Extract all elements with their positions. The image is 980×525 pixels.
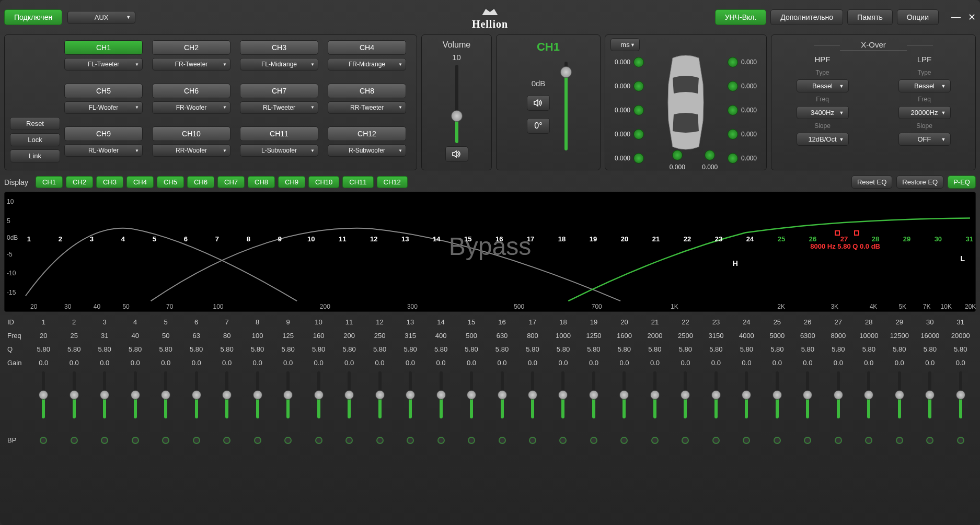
eq-gain-slider[interactable] — [120, 371, 150, 434]
bp-toggle[interactable] — [896, 437, 903, 444]
eq-gain-cell[interactable]: 0.0 — [762, 359, 792, 367]
eq-gain-slider[interactable] — [181, 371, 211, 434]
eq-gain-slider[interactable] — [303, 371, 333, 434]
eq-q-cell[interactable]: 5.80 — [120, 345, 150, 353]
eq-freq-cell[interactable]: 80 — [212, 332, 242, 340]
eq-q-cell[interactable]: 5.80 — [487, 345, 517, 353]
eq-gain-slider[interactable] — [517, 371, 548, 434]
lpf-freq-input[interactable]: 20000Hz — [898, 106, 951, 119]
eq-gain-cell[interactable]: 0.0 — [151, 359, 181, 367]
eq-q-cell[interactable]: 5.80 — [915, 345, 945, 353]
eq-gain-cell[interactable]: 0.0 — [670, 359, 700, 367]
eq-gain-cell[interactable]: 0.0 — [181, 359, 211, 367]
bp-toggle[interactable] — [559, 437, 567, 444]
speaker-delay-9[interactable]: 0.000 — [615, 153, 644, 164]
eq-gain-cell[interactable]: 0.0 — [120, 359, 150, 367]
eq-q-cell[interactable]: 5.80 — [946, 345, 976, 353]
connect-button[interactable]: Подключен — [4, 9, 62, 25]
eq-gain-cell[interactable]: 0.0 — [517, 359, 548, 367]
eq-freq-cell[interactable]: 2500 — [670, 332, 700, 340]
display-chip-ch5[interactable]: CH5 — [157, 176, 184, 188]
eq-gain-cell[interactable]: 0.0 — [273, 359, 303, 367]
eq-gain-cell[interactable]: 0.0 — [334, 359, 364, 367]
eq-freq-cell[interactable]: 31 — [89, 332, 120, 340]
bp-toggle[interactable] — [957, 437, 964, 444]
bp-toggle[interactable] — [804, 437, 811, 444]
eq-freq-cell[interactable]: 250 — [364, 332, 395, 340]
channel-assign-select-3[interactable]: FL-Midrange — [240, 58, 318, 71]
options-button[interactable]: Опции — [897, 9, 939, 25]
channel-button-2[interactable]: CH2 — [152, 40, 230, 55]
bp-toggle[interactable] — [101, 437, 108, 444]
eq-gain-slider[interactable] — [640, 371, 670, 434]
channel-button-10[interactable]: CH10 — [152, 126, 230, 141]
eq-gain-slider[interactable] — [762, 371, 792, 434]
eq-freq-cell[interactable]: 63 — [181, 332, 211, 340]
eq-gain-slider[interactable] — [609, 371, 639, 434]
eq-gain-cell[interactable]: 0.0 — [456, 359, 487, 367]
eq-q-cell[interactable]: 5.80 — [456, 345, 487, 353]
bp-toggle[interactable] — [132, 437, 139, 444]
display-chip-ch1[interactable]: CH1 — [36, 176, 63, 188]
eq-gain-cell[interactable]: 0.0 — [946, 359, 976, 367]
bp-toggle[interactable] — [712, 437, 720, 444]
channel-button-5[interactable]: CH5 — [64, 84, 143, 98]
eq-gain-cell[interactable]: 0.0 — [364, 359, 395, 367]
source-select[interactable]: AUX — [67, 11, 135, 24]
eq-freq-cell[interactable]: 50 — [151, 332, 181, 340]
lock-button[interactable]: Lock — [10, 133, 60, 146]
bp-toggle[interactable] — [40, 437, 47, 444]
eq-gain-cell[interactable]: 0.0 — [609, 359, 639, 367]
eq-gain-slider[interactable] — [59, 371, 89, 434]
display-chip-ch9[interactable]: CH9 — [278, 176, 305, 188]
speaker-delay-1[interactable]: 0.000 — [615, 57, 644, 67]
channel-button-1[interactable]: CH1 — [64, 40, 143, 55]
bp-toggle[interactable] — [345, 437, 353, 444]
channel-assign-select-6[interactable]: FR-Woofer — [152, 101, 230, 114]
bp-toggle[interactable] — [926, 437, 933, 444]
eq-gain-cell[interactable]: 0.0 — [701, 359, 731, 367]
eq-gain-cell[interactable]: 0.0 — [28, 359, 59, 367]
bp-toggle[interactable] — [682, 437, 689, 444]
speaker-delay-5[interactable]: 0.000 — [615, 105, 644, 115]
bp-toggle[interactable] — [468, 437, 475, 444]
eq-gain-cell[interactable]: 0.0 — [884, 359, 915, 367]
eq-q-cell[interactable]: 5.80 — [731, 345, 762, 353]
channel-assign-select-4[interactable]: FR-Midrange — [328, 58, 406, 71]
bp-toggle[interactable] — [651, 437, 659, 444]
channel-assign-select-10[interactable]: RR-Woofer — [152, 144, 230, 157]
eq-gain-slider[interactable] — [579, 371, 609, 434]
eq-gain-cell[interactable]: 0.0 — [915, 359, 945, 367]
eq-gain-cell[interactable]: 0.0 — [303, 359, 333, 367]
bp-toggle[interactable] — [774, 437, 781, 444]
display-chip-ch11[interactable]: CH11 — [342, 176, 373, 188]
eq-freq-cell[interactable]: 5000 — [762, 332, 792, 340]
eq-gain-slider[interactable] — [487, 371, 517, 434]
speaker-delay-6[interactable]: 0.000 — [728, 105, 757, 115]
eq-gain-slider[interactable] — [334, 371, 364, 434]
eq-gain-slider[interactable] — [151, 371, 181, 434]
minimize-icon[interactable]: — — [951, 11, 961, 23]
channel-assign-select-2[interactable]: FR-Tweeter — [152, 58, 230, 71]
bp-toggle[interactable] — [499, 437, 506, 444]
channel-button-6[interactable]: CH6 — [152, 84, 230, 98]
speaker-delay-12[interactable]: 0.000 — [702, 150, 718, 171]
bp-toggle[interactable] — [71, 437, 78, 444]
eq-gain-slider[interactable] — [364, 371, 395, 434]
speaker-delay-11[interactable]: 0.000 — [670, 150, 685, 171]
bp-toggle[interactable] — [529, 437, 536, 444]
channel-assign-select-7[interactable]: RL-Tweeter — [240, 101, 318, 114]
eq-freq-cell[interactable]: 100 — [242, 332, 272, 340]
eq-gain-cell[interactable]: 0.0 — [640, 359, 670, 367]
lpf-type-select[interactable]: Bessel — [898, 79, 951, 92]
hpf-slope-select[interactable]: 12dB/Oct — [797, 133, 849, 146]
speaker-delay-2[interactable]: 0.000 — [728, 57, 757, 67]
volume-slider[interactable] — [453, 65, 460, 143]
eq-freq-cell[interactable]: 25 — [59, 332, 89, 340]
eq-gain-slider[interactable] — [548, 371, 578, 434]
channel-assign-select-12[interactable]: R-Subwoofer — [328, 144, 406, 157]
eq-q-cell[interactable]: 5.80 — [609, 345, 639, 353]
eq-freq-cell[interactable]: 200 — [334, 332, 364, 340]
eq-gain-cell[interactable]: 0.0 — [579, 359, 609, 367]
eq-gain-slider[interactable] — [670, 371, 700, 434]
